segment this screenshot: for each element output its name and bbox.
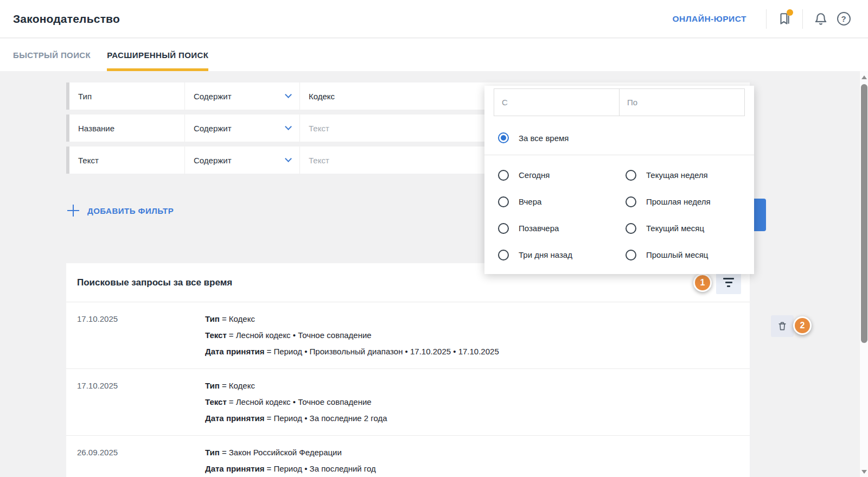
entry-field-label: Текст: [205, 397, 227, 406]
entry-field-label: Дата принятия: [205, 414, 264, 423]
radio-option-last-week[interactable]: Прошлая неделя: [621, 188, 749, 215]
radio-option-last-month[interactable]: Прошлый месяц: [621, 241, 749, 268]
app-window: Законодательство ОНЛАЙН-ЮРИСТ ?: [0, 0, 868, 477]
add-filter-label: ДОБАВИТЬ ФИЛЬТР: [87, 206, 174, 215]
radio-option-yesterday[interactable]: Вчера: [494, 188, 621, 215]
radio-icon: [498, 223, 509, 234]
scrollbar-thumb[interactable]: [861, 84, 867, 343]
filter-field-name[interactable]: Тип: [69, 82, 185, 110]
add-filter-button[interactable]: ДОБАВИТЬ ФИЛЬТР: [67, 202, 174, 219]
history-header-actions: 1: [693, 271, 741, 294]
entry-field-value: = Кодекс: [222, 381, 255, 390]
header-actions: ОНЛАЙН-ЮРИСТ ?: [672, 8, 855, 30]
entry-date: 26.09.2025: [77, 447, 205, 477]
vertical-scrollbar: [859, 71, 868, 477]
chevron-down-icon: [285, 155, 292, 162]
radio-option-day-before-yesterday[interactable]: Позавчера: [494, 215, 621, 241]
entry-details: Тип= Кодекс Текст= Лесной кодекс • Точно…: [205, 380, 739, 424]
filter-list-icon[interactable]: [716, 271, 741, 294]
scroll-down-arrow-icon[interactable]: [861, 470, 867, 474]
radio-icon: [626, 250, 636, 260]
chevron-down-icon: [285, 123, 292, 130]
radio-option-three-days-ago[interactable]: Три дня назад: [494, 241, 621, 268]
tab-quick-search[interactable]: БЫСТРЫЙ ПОИСК: [13, 39, 91, 71]
entry-field-label: Тип: [205, 381, 220, 390]
entry-field-value: = Период • За последние 2 года: [266, 414, 387, 423]
header-separator: [766, 9, 767, 29]
header-separator: [802, 9, 803, 29]
popup-divider: [484, 155, 754, 155]
radio-icon: [498, 170, 509, 181]
entry-field-label: Тип: [205, 314, 220, 323]
radio-icon: [626, 196, 636, 207]
entry-date: 17.10.2025: [77, 380, 205, 424]
radio-label: Текущая неделя: [646, 170, 708, 180]
radio-label: Вчера: [519, 197, 541, 206]
page-title: Законодательство: [13, 12, 120, 26]
entry-field-value: = Закон Российской Федерации: [222, 448, 342, 457]
radio-icon: [498, 250, 509, 260]
bookmark-icon[interactable]: [773, 8, 796, 30]
radio-option-current-month[interactable]: Текущий месяц: [621, 215, 749, 241]
filter-operator-select[interactable]: Содержит: [185, 115, 300, 142]
filter-operator-value: Содержит: [194, 156, 232, 165]
radio-label: Текущий месяц: [646, 224, 704, 233]
radio-label: Позавчера: [519, 224, 559, 233]
chevron-down-icon: [285, 91, 292, 98]
entry-field-value: = Лесной кодекс • Точное совпадение: [229, 330, 372, 340]
search-history-card: Поисковые запросы за все время 1 17.10.2…: [66, 263, 750, 477]
entry-details: Тип= Закон Российской Федерации Дата при…: [205, 447, 739, 477]
date-from-cell: [494, 89, 620, 116]
notification-bell-icon[interactable]: [809, 8, 832, 30]
entry-field-label: Тип: [205, 448, 220, 457]
entry-field-value: = Кодекс: [222, 314, 255, 323]
help-glyph: ?: [837, 12, 851, 26]
entry-field-label: Дата принятия: [205, 347, 264, 356]
filter-operator-select[interactable]: Содержит: [185, 147, 300, 174]
date-range-inputs: [494, 88, 745, 116]
filter-operator-value: Содержит: [194, 124, 232, 133]
plus-icon: [67, 205, 79, 217]
delete-history-button[interactable]: [771, 315, 794, 337]
radio-option-all-time[interactable]: За все время: [494, 125, 569, 151]
entry-field-label: Дата принятия: [205, 464, 264, 473]
entry-field-value: = Период • За последний год: [266, 464, 375, 473]
scroll-up-arrow-icon[interactable]: [861, 75, 867, 79]
date-to-input[interactable]: [620, 98, 744, 107]
annotation-badge-2: 2: [793, 316, 812, 335]
radio-label: Три дня назад: [519, 250, 572, 259]
filter-operator-select[interactable]: Содержит: [185, 82, 300, 110]
entry-details: Тип= Кодекс Текст= Лесной кодекс • Точно…: [205, 313, 739, 357]
entry-date: 17.10.2025: [77, 313, 205, 357]
history-entry[interactable]: 17.10.2025 Тип= Кодекс Текст= Лесной код…: [66, 302, 750, 368]
online-jurist-link[interactable]: ОНЛАЙН-ЮРИСТ: [672, 14, 746, 24]
entry-field-value: = Лесной кодекс • Точное совпадение: [229, 397, 372, 406]
radio-selected-icon: [498, 132, 509, 143]
radio-option-current-week[interactable]: Текущая неделя: [621, 162, 749, 188]
radio-label: Прошлая неделя: [646, 197, 711, 206]
radio-label: Прошлый месяц: [646, 250, 708, 259]
filter-field-name[interactable]: Текст: [69, 147, 185, 174]
radio-option-today[interactable]: Сегодня: [494, 162, 621, 188]
date-to-cell: [620, 89, 744, 116]
entry-field-value: = Период • Произвольный диапазон • 17.10…: [266, 347, 499, 356]
search-tabs: БЫСТРЫЙ ПОИСК РАСШИРЕННЫЙ ПОИСК: [0, 39, 868, 71]
bookmark-notification-dot: [787, 9, 793, 16]
app-header: Законодательство ОНЛАЙН-ЮРИСТ ?: [0, 0, 868, 38]
entry-field-label: Текст: [205, 330, 227, 340]
tab-advanced-search[interactable]: РАСШИРЕННЫЙ ПОИСК: [107, 39, 208, 71]
date-from-input[interactable]: [494, 98, 619, 107]
history-entry[interactable]: 26.09.2025 Тип= Закон Российской Федерац…: [66, 435, 750, 477]
trash-icon: [777, 321, 788, 332]
filter-field-name[interactable]: Название: [69, 115, 185, 142]
radio-label: За все время: [519, 133, 569, 143]
search-history-title: Поисковые запросы за все время: [77, 277, 232, 288]
radio-icon: [498, 196, 509, 207]
help-icon[interactable]: ?: [832, 8, 855, 30]
history-entry[interactable]: 17.10.2025 Тип= Кодекс Текст= Лесной код…: [66, 368, 750, 435]
radio-icon: [626, 223, 636, 234]
filter-operator-value: Содержит: [194, 92, 232, 101]
date-range-popup: За все время Сегодня Текущая неделя Вчер…: [484, 86, 754, 274]
radio-icon: [626, 170, 636, 181]
annotation-badge-1: 1: [693, 274, 712, 292]
